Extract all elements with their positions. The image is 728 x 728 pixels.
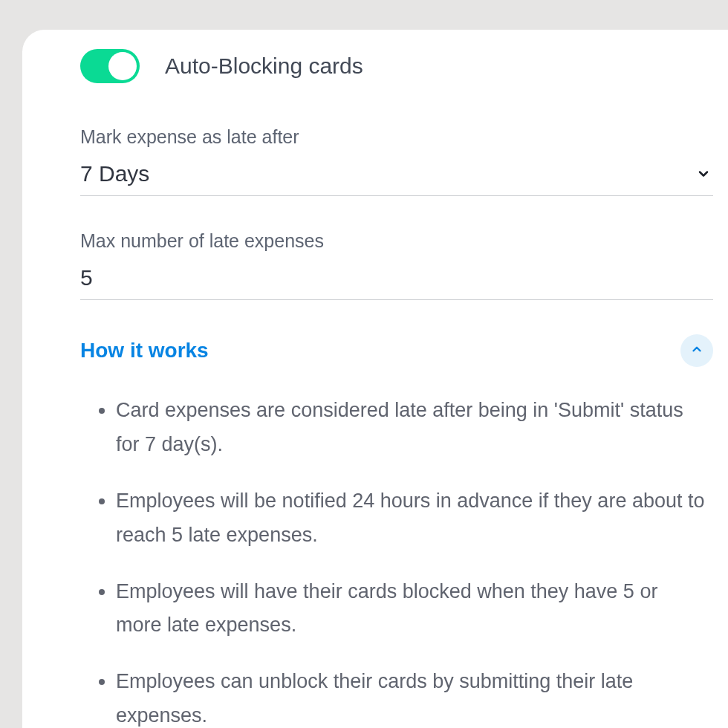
max-late-field: Max number of late expenses xyxy=(80,230,713,300)
max-late-label: Max number of late expenses xyxy=(80,230,713,252)
how-it-works-header: How it works xyxy=(80,334,713,367)
auto-blocking-label: Auto-Blocking cards xyxy=(165,53,363,79)
chevron-down-icon xyxy=(695,166,712,182)
list-item: Employees can unblock their cards by sub… xyxy=(116,665,712,728)
max-late-input[interactable] xyxy=(80,265,712,290)
settings-panel: Auto-Blocking cards Mark expense as late… xyxy=(22,30,728,728)
late-after-field: Mark expense as late after 7 Days xyxy=(80,126,713,196)
list-item: Card expenses are considered late after … xyxy=(116,394,712,462)
auto-blocking-toggle[interactable] xyxy=(80,49,140,83)
toggle-knob xyxy=(108,52,137,80)
chevron-up-icon xyxy=(690,342,703,359)
max-late-input-wrap xyxy=(80,262,713,300)
late-after-select[interactable]: 7 Days xyxy=(80,158,713,196)
late-after-label: Mark expense as late after xyxy=(80,126,713,148)
collapse-button[interactable] xyxy=(680,334,713,367)
late-after-value: 7 Days xyxy=(80,161,149,186)
list-item: Employees will have their cards blocked … xyxy=(116,575,712,643)
how-it-works-list: Card expenses are considered late after … xyxy=(80,394,712,728)
list-item: Employees will be notified 24 hours in a… xyxy=(116,484,712,553)
auto-blocking-row: Auto-Blocking cards xyxy=(80,49,728,83)
how-it-works-toggle[interactable]: How it works xyxy=(80,339,209,363)
